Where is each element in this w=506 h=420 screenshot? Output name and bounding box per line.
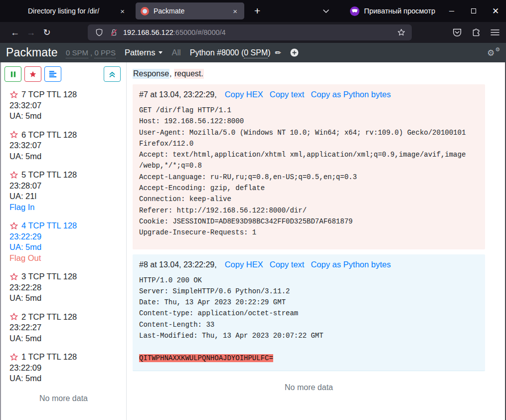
tab-close-icon[interactable]: × <box>118 7 127 15</box>
url-text: 192.168.56.122:65000/#/8000/4 <box>123 28 226 36</box>
favorite-star-icon[interactable] <box>9 312 18 321</box>
extensions-puzzle-icon[interactable] <box>471 27 482 38</box>
close-window-button[interactable]: ✕ <box>492 6 499 16</box>
copy-link-copy-text[interactable]: Copy text <box>270 90 305 99</box>
stream-time: 23:22:28 <box>9 282 123 293</box>
stream-title: 7 TCP TTL 128 <box>21 89 77 100</box>
url-bar[interactable]: 192.168.56.122:65000/#/8000/4 <box>88 24 412 40</box>
stream-user-agent: UA: 5md <box>9 111 123 122</box>
reload-button-icon[interactable]: ↻ <box>39 27 55 38</box>
stream-item-2[interactable]: 2 TCP TTL 12823:22:27UA: 5md <box>9 312 123 344</box>
stream-flag-in: Flag In <box>9 203 34 211</box>
sidebar-no-more-data: No more data <box>1 394 126 403</box>
angles-up-icon <box>108 70 116 78</box>
packet-title: #8 at 13.04, 23:22:29, <box>139 260 217 269</box>
browser-window: Directory listing for /dir/ × Packmate ×… <box>0 0 506 420</box>
browser-tab-packmate[interactable]: Packmate × <box>136 2 244 19</box>
maximize-button[interactable] <box>470 7 477 15</box>
favorite-star-icon[interactable] <box>9 90 18 99</box>
back-button-icon[interactable]: ← <box>7 27 23 38</box>
stream-title: 5 TCP TTL 128 <box>21 170 77 181</box>
minimize-button[interactable]: ─ <box>448 7 455 15</box>
edit-pencil-icon[interactable]: ✏ <box>275 48 282 57</box>
stream-user-agent: UA: 5md <box>9 373 123 384</box>
tab-title: Directory listing for /dir/ <box>28 7 113 15</box>
settings-gears-icon[interactable]: ⚙⚙ <box>487 47 500 58</box>
packet-body: GET /dir/flag HTTP/1.1 Host: 192.168.56.… <box>139 105 478 238</box>
private-browsing-badge: Приватный просмотр <box>350 6 435 16</box>
menu-hamburger-icon[interactable] <box>490 28 500 37</box>
capture-spm-stat: 0 SPM <box>244 48 268 58</box>
stream-user-agent: UA: 5md <box>9 151 123 162</box>
list-all-tabs-chevron-icon[interactable] <box>322 7 330 14</box>
main-no-more-data: No more data <box>133 383 485 392</box>
packet-card-request: #7 at 13.04, 23:22:29,Copy HEXCopy textC… <box>133 84 485 249</box>
traffic-stats: 0 SPM , 0 PPS <box>66 48 116 57</box>
browser-tab-bar: Directory listing for /dir/ × Packmate ×… <box>0 0 506 22</box>
packmate-navbar: Packmate 0 SPM , 0 PPS Patterns All Pyth… <box>0 43 506 62</box>
copy-link-copy-as-python-bytes[interactable]: Copy as Python bytes <box>311 90 391 99</box>
favorite-star-icon[interactable] <box>9 171 18 180</box>
flag-highlight: QITWPHNAXXKWULPQNHOAJDYOIHPULFC= <box>139 354 273 362</box>
tab-close-icon[interactable]: × <box>231 7 239 15</box>
stream-user-agent: UA: 5md <box>9 333 123 344</box>
stream-item-5[interactable]: 5 TCP TTL 12823:28:07UA: 21lFlag In <box>9 170 123 212</box>
capture-service-label[interactable]: Python #8000 (0 SPM) <box>190 48 271 57</box>
scroll-to-top-button[interactable] <box>104 66 121 82</box>
show-all-streams-button[interactable] <box>44 66 61 82</box>
stream-flag-out: Flag Out <box>9 253 41 262</box>
private-browsing-label: Приватный просмотр <box>364 7 435 15</box>
browser-toolbar: ← → ↻ 192.168.56.122:65000/#/8000/4 <box>0 22 506 43</box>
pause-capture-button[interactable] <box>4 66 21 82</box>
favorite-star-icon[interactable] <box>9 272 18 281</box>
favorite-star-icon[interactable] <box>9 353 18 362</box>
favorite-star-icon[interactable] <box>9 221 18 230</box>
favorite-star-icon[interactable] <box>9 130 18 139</box>
stream-item-7[interactable]: 7 TCP TTL 12823:32:07UA: 5md <box>9 89 123 122</box>
stream-item-6[interactable]: 6 TCP TTL 12823:32:07UA: 5md <box>9 130 123 162</box>
browser-tab-directory-listing[interactable]: Directory listing for /dir/ × <box>9 2 132 19</box>
packet-header: #7 at 13.04, 23:22:29,Copy HEXCopy textC… <box>139 90 478 99</box>
stream-time: 23:32:07 <box>9 100 123 111</box>
star-icon <box>29 70 37 78</box>
legend-response: Response <box>133 69 169 79</box>
copy-link-copy-as-python-bytes[interactable]: Copy as Python bytes <box>311 260 391 269</box>
packet-legend: Response, request. <box>133 69 485 78</box>
bookmark-star-icon[interactable] <box>397 28 406 37</box>
stream-time: 23:28:07 <box>9 181 123 192</box>
filter-all[interactable]: All <box>171 48 180 57</box>
toolbar-right-icons <box>452 27 500 38</box>
copy-link-copy-hex[interactable]: Copy HEX <box>225 260 263 269</box>
pocket-save-icon[interactable] <box>452 27 463 38</box>
stream-item-1[interactable]: 1 TCP TTL 12823:22:09UA: 5md <box>9 352 123 384</box>
insecure-lock-icon[interactable] <box>110 28 118 37</box>
stream-list: 7 TCP TTL 12823:32:07UA: 5md6 TCP TTL 12… <box>1 82 126 384</box>
packet-title: #7 at 13.04, 23:22:29, <box>139 90 217 99</box>
sidebar-toolbar <box>1 66 126 82</box>
packmate-favicon-icon <box>141 7 149 15</box>
stream-item-4[interactable]: 4 TCP TTL 12823:22:29UA: 5mdFlag Out <box>9 220 123 263</box>
add-service-button[interactable] <box>290 48 299 57</box>
packet-body: HTTP/1.0 200 OK Server: SimpleHTTP/0.6 P… <box>139 275 478 364</box>
window-controls: ─ ✕ <box>448 6 499 16</box>
copy-link-copy-hex[interactable]: Copy HEX <box>225 90 263 99</box>
stream-title: 6 TCP TTL 128 <box>21 130 77 141</box>
patterns-dropdown[interactable]: Patterns <box>125 48 163 57</box>
streams-sidebar: 7 TCP TTL 12823:32:07UA: 5md6 TCP TTL 12… <box>1 62 127 420</box>
spm-stat: 0 SPM <box>66 48 88 58</box>
stream-title: 3 TCP TTL 128 <box>21 271 77 282</box>
copy-link-copy-text[interactable]: Copy text <box>270 260 305 269</box>
stream-title: 4 TCP TTL 128 <box>21 220 77 231</box>
favorites-filter-button[interactable] <box>24 66 41 82</box>
shield-icon[interactable] <box>95 28 104 37</box>
forward-button-icon: → <box>23 27 39 38</box>
stream-user-agent: UA: 21l <box>9 191 123 202</box>
app-brand[interactable]: Packmate <box>6 46 58 59</box>
packets-panel: Response, request. #7 at 13.04, 23:22:29… <box>127 62 505 420</box>
stream-title: 1 TCP TTL 128 <box>21 352 77 363</box>
stream-user-agent: UA: 5md <box>9 242 123 253</box>
stream-item-3[interactable]: 3 TCP TTL 12823:22:28UA: 5md <box>9 271 123 304</box>
stream-title: 2 TCP TTL 128 <box>21 312 77 323</box>
new-tab-button[interactable]: + <box>251 5 263 17</box>
legend-request: request. <box>174 69 204 79</box>
